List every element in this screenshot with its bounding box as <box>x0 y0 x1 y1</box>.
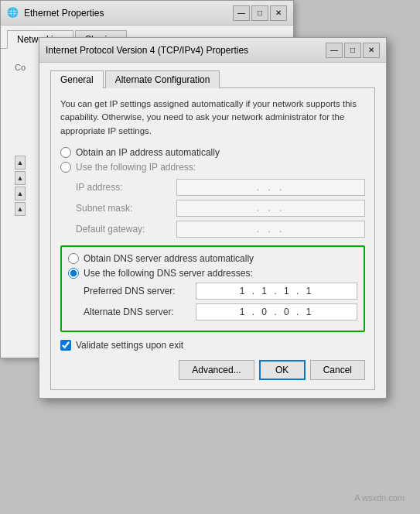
ip-address-radio-group: Obtain an IP address automatically Use t… <box>60 147 365 173</box>
alternate-dns-input[interactable]: 1 . 0 . 0 . 1 <box>196 303 357 320</box>
arrow-btn-2[interactable]: ▲ <box>15 171 26 185</box>
arrow-btn-1[interactable]: ▲ <box>15 156 26 170</box>
ipv4-window: Internet Protocol Version 4 (TCP/IPv4) P… <box>39 37 387 399</box>
ethernet-titlebar: 🌐 Ethernet Properties — □ ✕ <box>1 1 293 26</box>
advanced-button[interactable]: Advanced... <box>179 360 254 380</box>
ip-address-input: . . . <box>176 179 365 196</box>
description-text: You can get IP settings assigned automat… <box>60 98 365 138</box>
subnet-mask-row: Subnet mask: . . . <box>76 200 365 217</box>
arrow-btn-3[interactable]: ▲ <box>15 187 26 200</box>
validate-checkbox[interactable] <box>60 340 71 351</box>
subnet-mask-input: . . . <box>176 200 365 217</box>
ipv4-tabs: General Alternate Configuration <box>50 70 375 88</box>
validate-row: Validate settings upon exit <box>60 340 365 351</box>
ok-button[interactable]: OK <box>259 360 306 380</box>
ethernet-title: Ethernet Properties <box>24 8 104 19</box>
ipv4-minimize-button[interactable]: — <box>326 43 343 58</box>
preferred-dns-label: Preferred DNS server: <box>84 286 196 296</box>
ipv4-maximize-button[interactable]: □ <box>344 43 361 58</box>
default-gateway-label: Default gateway: <box>76 224 176 235</box>
watermark: A wsxdn.com <box>354 493 405 502</box>
ip-fields-section: IP address: . . . Subnet mask: . . . Def… <box>76 179 365 238</box>
dns-section: Obtain DNS server address automatically … <box>60 245 365 332</box>
ethernet-icon: 🌐 <box>7 7 19 19</box>
default-gateway-row: Default gateway: . . . <box>76 221 365 238</box>
titlebar-left: 🌐 Ethernet Properties <box>7 7 104 19</box>
ip-address-label: IP address: <box>76 182 176 193</box>
auto-ip-row: Obtain an IP address automatically <box>60 147 365 158</box>
preferred-dns-input[interactable]: 1 . 1 . 1 . 1 <box>196 283 357 300</box>
manual-ip-label: Use the following IP address: <box>76 162 196 173</box>
alternate-dns-label: Alternate DNS server: <box>84 307 196 317</box>
tab-alternate-config[interactable]: Alternate Configuration <box>105 70 220 88</box>
tab-general[interactable]: General <box>50 70 104 88</box>
close-button[interactable]: ✕ <box>270 5 287 21</box>
titlebar-controls: — □ ✕ <box>233 5 287 21</box>
maximize-button[interactable]: □ <box>251 5 268 21</box>
auto-ip-label: Obtain an IP address automatically <box>76 147 220 158</box>
manual-dns-radio[interactable] <box>68 268 79 279</box>
ipv4-titlebar: Internet Protocol Version 4 (TCP/IPv4) P… <box>39 38 386 63</box>
subnet-mask-label: Subnet mask: <box>76 203 176 214</box>
default-gateway-input: . . . <box>176 221 365 238</box>
auto-dns-radio[interactable] <box>68 253 79 264</box>
manual-ip-radio[interactable] <box>60 162 71 173</box>
validate-label: Validate settings upon exit <box>76 340 183 351</box>
buttons-row: Advanced... OK Cancel <box>60 360 365 380</box>
auto-dns-row: Obtain DNS server address automatically <box>68 253 357 264</box>
ipv4-body: General Alternate Configuration You can … <box>39 63 386 398</box>
ipv4-tab-general-content: You can get IP settings assigned automat… <box>50 87 375 390</box>
ipv4-close-button[interactable]: ✕ <box>363 43 380 58</box>
ip-address-row: IP address: . . . <box>76 179 365 196</box>
cancel-button[interactable]: Cancel <box>310 360 365 380</box>
manual-ip-row: Use the following IP address: <box>60 162 365 173</box>
arrow-btn-4[interactable]: ▲ <box>15 202 26 216</box>
manual-dns-label: Use the following DNS server addresses: <box>84 268 253 279</box>
side-arrows: ▲ ▲ ▲ ▲ <box>15 156 26 216</box>
manual-dns-row: Use the following DNS server addresses: <box>68 268 357 279</box>
minimize-button[interactable]: — <box>233 5 250 21</box>
auto-ip-radio[interactable] <box>60 147 71 158</box>
preferred-dns-row: Preferred DNS server: 1 . 1 . 1 . 1 <box>84 283 357 300</box>
alternate-dns-row: Alternate DNS server: 1 . 0 . 0 . 1 <box>84 303 357 320</box>
ipv4-titlebar-controls: — □ ✕ <box>326 43 380 58</box>
auto-dns-label: Obtain DNS server address automatically <box>84 253 254 264</box>
ipv4-title: Internet Protocol Version 4 (TCP/IPv4) P… <box>46 45 248 56</box>
